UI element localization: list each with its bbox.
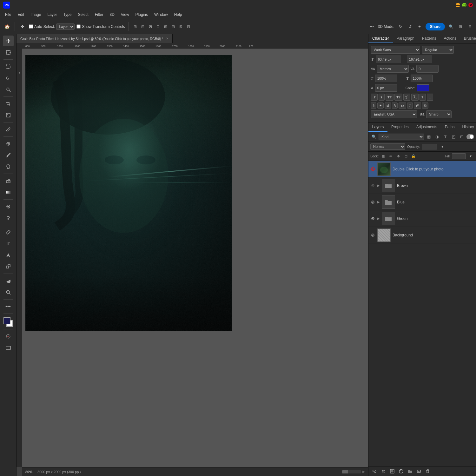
layer-visibility-photo[interactable]	[370, 167, 375, 172]
3d-orbit-icon[interactable]: ↻	[397, 23, 404, 30]
layer-visibility-green[interactable]	[370, 216, 375, 221]
menu-layer[interactable]: Layer	[45, 11, 59, 18]
link-layers-btn[interactable]	[371, 468, 378, 475]
dodge-tool[interactable]	[3, 213, 14, 223]
close-btn[interactable]: ✕	[468, 3, 473, 7]
tab-patterns[interactable]: Patterns	[418, 34, 440, 43]
create-group-btn[interactable]	[407, 468, 413, 475]
lock-all-btn[interactable]: 🔒	[410, 153, 417, 159]
fill-arrow-icon[interactable]: ▾	[467, 153, 474, 160]
add-adjustment-btn[interactable]	[398, 468, 405, 475]
titling-btn[interactable]: T	[407, 102, 413, 109]
layer-filter-select[interactable]: Kind	[379, 134, 424, 140]
filter-search-icon[interactable]: 🔍	[370, 133, 377, 140]
workspace-icon[interactable]: ⊞	[457, 23, 464, 30]
menu-window[interactable]: Window	[152, 11, 170, 18]
font-size-input[interactable]	[376, 56, 401, 63]
antialias-select[interactable]: Sharp	[426, 110, 452, 118]
v-scale-input[interactable]	[411, 75, 433, 82]
more-options-icon[interactable]: •••	[368, 23, 375, 30]
stamp-tool[interactable]	[3, 161, 14, 172]
canvas-image[interactable]	[25, 55, 232, 331]
filter-shape-icon[interactable]: ◰	[450, 133, 457, 140]
menu-view[interactable]: View	[118, 11, 132, 18]
3d-pan-icon[interactable]: ↺	[407, 23, 413, 30]
menu-file[interactable]: File	[3, 11, 14, 18]
foreground-color-swatch[interactable]	[3, 317, 10, 324]
italic-btn[interactable]: T	[379, 94, 385, 101]
contextual-btn[interactable]: 1st	[414, 102, 421, 109]
share-button[interactable]: Share	[426, 23, 445, 30]
opacity-input[interactable]: 0%	[422, 144, 437, 149]
font-style-select[interactable]: Regular	[422, 46, 454, 54]
tab-properties[interactable]: Properties	[387, 123, 413, 132]
3d-rotate-icon[interactable]: ✦	[416, 23, 423, 30]
layer-effects-btn[interactable]: fx	[380, 468, 387, 475]
ligature-btn[interactable]: fi	[371, 102, 376, 109]
layer-visibility-background[interactable]	[370, 233, 375, 238]
baseline-input[interactable]	[375, 84, 397, 92]
quick-mask-btn[interactable]	[3, 331, 14, 342]
close-canvas-tab[interactable]: ✕	[166, 37, 169, 40]
lock-image-btn[interactable]: ✏	[387, 153, 394, 159]
crop-tool[interactable]	[3, 98, 14, 109]
bold-btn[interactable]: T	[371, 94, 378, 101]
align-extra-icon[interactable]: ⊡	[185, 23, 192, 30]
menu-3d[interactable]: 3D	[107, 11, 117, 18]
font-family-select[interactable]: Work Sans	[371, 46, 420, 54]
tab-brushes[interactable]: Brushes	[460, 34, 476, 43]
type-tool[interactable]: T	[3, 238, 14, 249]
menu-filter[interactable]: Filter	[92, 11, 106, 18]
align-distribute-icon[interactable]: ⊠	[177, 23, 184, 30]
lock-position-btn[interactable]: ✥	[395, 153, 401, 159]
home-btn[interactable]: 🏠	[3, 22, 11, 31]
blend-mode-select[interactable]: Normal	[370, 143, 405, 150]
subscript-btn[interactable]: T1	[411, 94, 419, 101]
healing-brush-tool[interactable]	[3, 138, 14, 149]
move-tool-options[interactable]: ✥	[18, 22, 27, 31]
color-swatches[interactable]	[3, 317, 14, 327]
layer-visibility-brown[interactable]	[370, 183, 375, 188]
filter-toggle-icon[interactable]	[466, 134, 474, 139]
eraser-tool[interactable]	[3, 175, 14, 186]
lock-transparent-btn[interactable]: ▦	[380, 153, 386, 159]
tab-character[interactable]: Character	[368, 34, 393, 43]
search-icon[interactable]: 🔍	[447, 23, 454, 30]
fill-input[interactable]: 0%	[452, 153, 466, 159]
tab-actions[interactable]: Actions	[440, 34, 460, 43]
minimize-btn[interactable]: —	[456, 3, 460, 7]
filter-adjustment-icon[interactable]: ◑	[433, 133, 440, 140]
menu-image[interactable]: Image	[28, 11, 43, 18]
align-right-icon[interactable]: ⊠	[147, 23, 154, 30]
maximize-btn[interactable]: □	[462, 3, 466, 7]
more-tools-btn[interactable]: •••	[3, 301, 14, 312]
layer-item-brown[interactable]: ▶ Brown	[368, 177, 476, 194]
marquee-tool[interactable]	[3, 61, 14, 72]
layer-item-blue[interactable]: ▶ Blue	[368, 194, 476, 210]
align-top-icon[interactable]: ⊡	[155, 23, 162, 30]
hand-tool[interactable]: fill="none" stroke="currentColor" stroke…	[3, 275, 14, 286]
layer-expand-green[interactable]: ▶	[377, 217, 380, 220]
shape-tool[interactable]	[3, 261, 14, 272]
language-select[interactable]: English: USA	[371, 110, 417, 118]
brush-tool[interactable]	[3, 150, 14, 161]
strikethrough-btn[interactable]: T	[427, 94, 433, 101]
menu-help[interactable]: Help	[172, 11, 185, 18]
layer-item-background[interactable]: Background	[368, 227, 476, 243]
gradient-tool[interactable]	[3, 187, 14, 198]
layer-item-green[interactable]: ▶ Green	[368, 210, 476, 227]
pen-tool[interactable]	[3, 227, 14, 238]
smallcaps-btn[interactable]: TT	[394, 94, 402, 101]
window-controls[interactable]: — □ ✕	[456, 3, 473, 7]
discretionary-btn[interactable]: ✦	[377, 102, 384, 109]
menu-plugins[interactable]: Plugins	[133, 11, 150, 18]
screen-mode-btn[interactable]	[3, 342, 14, 353]
lock-artboard-btn[interactable]: ⊡	[403, 153, 409, 159]
auto-select-checkbox[interactable]	[29, 24, 33, 29]
tracking-select[interactable]: Metrics	[377, 65, 409, 73]
text-color-swatch[interactable]	[417, 84, 429, 91]
path-select-tool[interactable]	[3, 250, 14, 261]
align-center-icon[interactable]: ⊟	[139, 23, 146, 30]
blur-tool[interactable]	[3, 201, 14, 212]
auto-select-type[interactable]: Layer	[56, 23, 75, 30]
